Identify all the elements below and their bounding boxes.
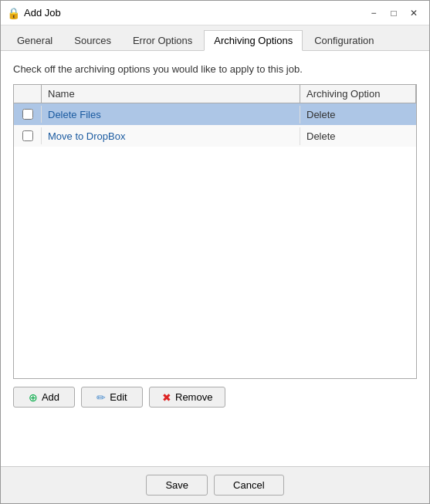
row-1-checkbox[interactable] (22, 109, 33, 120)
tab-content: Check off the archiving options you woul… (1, 51, 429, 466)
header-option-col: Archiving Option (300, 85, 416, 103)
instruction-text: Check off the archiving options you woul… (13, 63, 417, 75)
cancel-button[interactable]: Cancel (214, 475, 283, 496)
edit-button[interactable]: ✏ Edit (81, 387, 143, 408)
tab-archiving-options[interactable]: Archiving Options (204, 30, 303, 51)
add-button[interactable]: ⊕ Add (13, 387, 75, 408)
table-body: Delete Files Delete Move to DropBox Dele… (14, 103, 416, 378)
row-2-checkbox[interactable] (22, 130, 33, 141)
add-label: Add (42, 391, 59, 403)
header-checkbox-col (14, 85, 42, 103)
tab-sources[interactable]: Sources (64, 30, 121, 50)
remove-icon: ✖ (162, 392, 171, 403)
row-2-checkbox-cell (14, 127, 42, 144)
tab-configuration[interactable]: Configuration (304, 30, 384, 50)
add-icon: ⊕ (29, 392, 38, 403)
row-1-checkbox-cell (14, 106, 42, 123)
main-window: 🔒 Add Job − □ ✕ General Sources Error Op… (0, 0, 430, 504)
action-buttons: ⊕ Add ✏ Edit ✖ Remove (13, 379, 417, 408)
edit-icon: ✏ (96, 392, 106, 403)
row-1-name: Delete Files (42, 106, 300, 123)
edit-label: Edit (110, 391, 127, 403)
minimize-button[interactable]: − (364, 5, 383, 21)
row-2-option: Delete (300, 127, 416, 145)
maximize-button[interactable]: □ (384, 5, 403, 21)
table-header: Name Archiving Option (14, 85, 416, 103)
header-name-col: Name (42, 85, 300, 103)
tab-bar: General Sources Error Options Archiving … (1, 25, 429, 51)
window-icon: 🔒 (7, 7, 19, 19)
close-button[interactable]: ✕ (405, 5, 423, 21)
archiving-options-table: Name Archiving Option Delete Files Delet… (13, 84, 417, 379)
tab-general[interactable]: General (7, 30, 63, 50)
remove-label: Remove (175, 391, 212, 403)
title-bar: 🔒 Add Job − □ ✕ (1, 1, 429, 25)
save-button[interactable]: Save (146, 475, 208, 496)
remove-button[interactable]: ✖ Remove (149, 387, 225, 408)
table-row[interactable]: Move to DropBox Delete (14, 125, 416, 147)
row-2-name: Move to DropBox (42, 127, 300, 145)
footer: Save Cancel (1, 466, 429, 503)
window-title: Add Job (24, 7, 364, 19)
content-spacer (13, 408, 417, 454)
table-row[interactable]: Delete Files Delete (14, 103, 416, 125)
window-controls: − □ ✕ (364, 5, 423, 21)
row-1-option: Delete (300, 106, 416, 123)
tab-error-options[interactable]: Error Options (123, 30, 202, 50)
